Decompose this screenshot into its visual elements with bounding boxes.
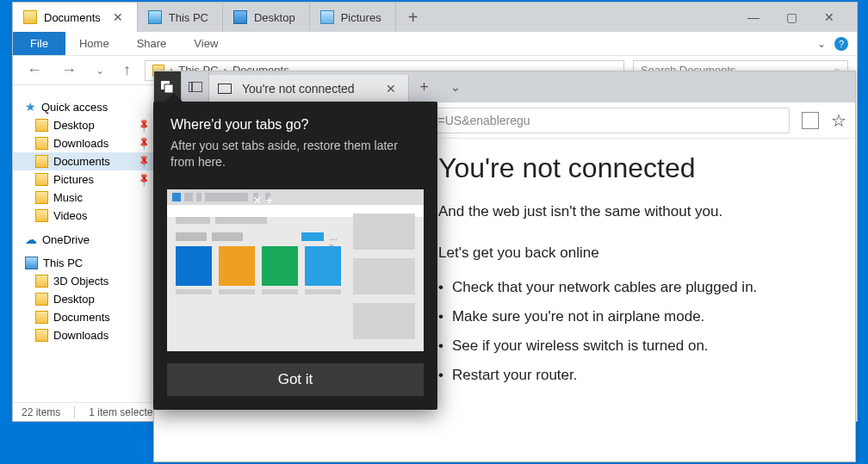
nav-sidebar: ★ Quick access Desktop 📌 Downloads 📌 Doc… — [13, 85, 159, 402]
list-item: Check that your network cables are plugg… — [438, 279, 855, 296]
folder-icon — [35, 191, 48, 204]
got-it-button[interactable]: Got it — [167, 363, 424, 396]
sidebar-label: This PC — [43, 257, 83, 269]
edge-tab-title: You're not connected — [242, 82, 355, 96]
minimize-button[interactable]: — — [738, 7, 769, 28]
sidebar-item-pictures[interactable]: Pictures 📌 — [13, 170, 158, 189]
show-tabs-aside-button[interactable] — [182, 71, 209, 102]
sidebar-label: Videos — [53, 209, 88, 222]
window-controls: — ▢ ✕ — [738, 7, 857, 28]
page-icon — [218, 84, 232, 94]
sidebar-label: Documents — [53, 311, 110, 324]
pin-icon: 📌 — [135, 117, 152, 133]
sidebar-label: Desktop — [53, 119, 95, 132]
reading-view-icon[interactable] — [802, 112, 819, 129]
sidebar-item-desktop2[interactable]: Desktop — [13, 290, 158, 308]
folder-icon — [35, 137, 48, 150]
sidebar-item-documents2[interactable]: Documents — [13, 308, 158, 326]
svg-rect-1 — [164, 84, 173, 93]
ribbon-tab-home[interactable]: Home — [65, 32, 123, 55]
folder-icon — [35, 173, 48, 186]
ribbon-tab-view[interactable]: View — [180, 32, 232, 55]
close-icon[interactable]: ✕ — [386, 82, 396, 96]
monitor-icon — [148, 10, 162, 24]
svg-rect-2 — [189, 82, 202, 92]
folder-icon — [35, 293, 48, 306]
divider — [74, 406, 75, 418]
explorer-tab-desktop[interactable]: Desktop — [223, 3, 310, 32]
pin-icon: 📌 — [135, 153, 152, 170]
tab-label: Desktop — [254, 11, 295, 24]
up-button[interactable]: ↑ — [118, 61, 136, 79]
forward-button[interactable]: → — [56, 61, 82, 79]
sidebar-item-3dobjects[interactable]: 3D Objects — [13, 272, 158, 290]
sidebar-label: 3D Objects — [53, 275, 108, 288]
sidebar-quick-access[interactable]: ★ Quick access — [13, 97, 158, 116]
status-item-count: 22 items — [22, 406, 60, 418]
close-icon[interactable]: ✕ — [113, 10, 123, 24]
folder-icon — [35, 275, 48, 288]
explorer-tab-pictures[interactable]: Pictures — [310, 3, 396, 32]
sidebar-label: Documents — [53, 155, 110, 168]
ribbon-chevron-icon[interactable]: ⌄ — [817, 38, 826, 50]
pin-icon: 📌 — [135, 171, 152, 188]
edge-tab[interactable]: You're not connected ✕ — [209, 75, 409, 102]
list-item: Make sure you're not in airplane mode. — [438, 308, 855, 325]
tab-label: Documents — [44, 11, 101, 24]
explorer-tab-thispc[interactable]: This PC — [138, 3, 223, 32]
sidebar-thispc[interactable]: This PC — [13, 254, 158, 272]
sidebar-label: Downloads — [53, 329, 108, 342]
folder-icon — [35, 119, 48, 132]
cloud-icon: ☁ — [25, 232, 37, 246]
pc-icon — [25, 257, 38, 269]
sidebar-item-videos[interactable]: Videos — [13, 207, 158, 225]
ribbon-tab-share[interactable]: Share — [123, 32, 181, 55]
pin-icon: 📌 — [135, 135, 152, 152]
sidebar-label: Desktop — [53, 293, 95, 306]
tab-label: This PC — [169, 11, 208, 24]
explorer-tab-strip: Documents ✕ This PC Desktop Pictures + —… — [13, 3, 857, 32]
page-text: Let's get you back online — [438, 244, 855, 262]
folder-icon — [23, 10, 37, 24]
tabs-aside-icon — [161, 81, 175, 93]
coach-illustration: × + … × — [167, 189, 424, 351]
edge-tab-strip: You're not connected ✕ + ⌄ — [154, 71, 855, 102]
page-text: And the web just isn't the same without … — [438, 203, 855, 220]
coach-text: After you set tabs aside, restore them l… — [170, 138, 420, 170]
edge-new-tab-button[interactable]: + — [409, 78, 440, 96]
suggestion-list: Check that your network cables are plugg… — [438, 279, 855, 384]
new-tab-button[interactable]: + — [396, 8, 431, 28]
list-item: See if your wireless switch is turned on… — [438, 337, 855, 355]
sidebar-item-downloads2[interactable]: Downloads — [13, 326, 158, 344]
edge-tab-actions-button[interactable]: ⌄ — [440, 80, 471, 94]
folder-icon — [35, 155, 48, 168]
close-button[interactable]: ✕ — [814, 7, 845, 28]
sidebar-item-desktop[interactable]: Desktop 📌 — [13, 116, 158, 134]
sidebar-label: Downloads — [53, 137, 108, 150]
sidebar-onedrive[interactable]: ☁ OneDrive — [13, 230, 158, 249]
back-button[interactable]: ← — [22, 61, 47, 79]
sidebar-item-downloads[interactable]: Downloads 📌 — [13, 134, 158, 152]
coach-body: Where'd your tabs go? After you set tabs… — [153, 102, 437, 181]
explorer-tab-documents[interactable]: Documents ✕ — [13, 3, 138, 32]
desktop-icon — [233, 10, 247, 24]
ribbon-tab-file[interactable]: File — [13, 32, 65, 55]
maximize-button[interactable]: ▢ — [776, 7, 807, 28]
sidebar-label: OneDrive — [42, 233, 90, 246]
folder-icon — [35, 209, 48, 222]
coach-tooltip: Where'd your tabs go? After you set tabs… — [153, 102, 437, 410]
sidebar-item-documents[interactable]: Documents 📌 — [13, 152, 158, 170]
list-item: Restart your router. — [438, 367, 855, 384]
sidebar-item-music[interactable]: Music — [13, 189, 158, 207]
recent-chevron-icon[interactable]: ⌄ — [90, 65, 109, 77]
help-icon[interactable]: ? — [834, 37, 848, 51]
tab-label: Pictures — [341, 11, 381, 24]
tabs-list-icon — [189, 82, 202, 92]
folder-icon — [35, 329, 48, 342]
pictures-icon — [320, 10, 334, 24]
status-selected: 1 item selected — [89, 406, 158, 418]
ribbon: File Home Share View ⌄ ? — [13, 32, 857, 56]
favorite-star-icon[interactable]: ☆ — [831, 110, 846, 131]
folder-icon — [35, 311, 48, 324]
sidebar-label: Quick access — [41, 101, 108, 114]
